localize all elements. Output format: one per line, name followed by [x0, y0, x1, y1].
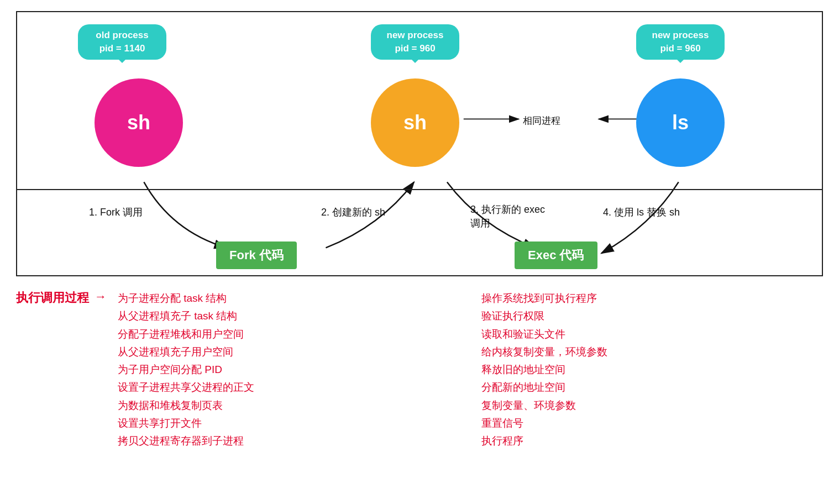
fork-list-item: 分配子进程堆栈和用户空间	[118, 326, 459, 343]
circle-sh-orange: sh	[371, 78, 459, 167]
exec-list-item: 分配新的地址空间	[481, 379, 823, 396]
exec-code-box: Exec 代码	[515, 242, 597, 269]
columns-container: 为子进程分配 task 结构从父进程填充子 task 结构分配子进程堆栈和用户空…	[118, 290, 823, 450]
fork-column: 为子进程分配 task 结构从父进程填充子 task 结构分配子进程堆栈和用户空…	[118, 290, 459, 450]
fork-list-item: 设置共享打开文件	[118, 414, 459, 432]
exec-list-item: 操作系统找到可执行程序	[481, 290, 823, 307]
bubble-new-process-2: new process pid = 960	[636, 24, 725, 60]
exec-column: 操作系统找到可执行程序验证执行权限读取和验证头文件给内核复制变量，环境参数释放旧…	[481, 290, 823, 450]
fork-list-item: 拷贝父进程寄存器到子进程	[118, 432, 459, 450]
fork-list-item: 从父进程填充子 task 结构	[118, 307, 459, 325]
step-label-1: 1. Fork 调用	[89, 206, 143, 219]
fork-list-item: 为数据和堆栈复制页表	[118, 397, 459, 414]
exec-list-item: 给内核复制变量，环境参数	[481, 343, 823, 361]
exec-list-item: 执行程序	[481, 432, 823, 450]
fork-list: 为子进程分配 task 结构从父进程填充子 task 结构分配子进程堆栈和用户空…	[118, 290, 459, 450]
circle-sh-pink: sh	[95, 78, 183, 167]
bubble-old-process: old process pid = 1140	[78, 24, 166, 60]
same-process-label: 相同进程	[523, 114, 560, 127]
exec-list-item: 释放旧的地址空间	[481, 361, 823, 379]
circle-ls-blue: ls	[636, 78, 725, 167]
fork-list-item: 为子用户空间分配 PID	[118, 361, 459, 379]
diagram-divider	[17, 189, 822, 190]
diagram-box: old process pid = 1140 new process pid =…	[16, 11, 823, 276]
exec-list-item: 验证执行权限	[481, 307, 823, 325]
exec-list-item: 重置信号	[481, 414, 823, 432]
step-label-4: 4. 使用 ls 替换 sh	[603, 206, 680, 219]
exec-list: 操作系统找到可执行程序验证执行权限读取和验证头文件给内核复制变量，环境参数释放旧…	[481, 290, 823, 450]
exec-call-label: 执行调用过程 →	[16, 290, 118, 306]
exec-list-item: 读取和验证头文件	[481, 326, 823, 343]
step-label-3: 3. 执行新的 exec 调用	[470, 203, 553, 230]
fork-code-box: Fork 代码	[216, 242, 297, 269]
exec-list-item: 复制变量、环境参数	[481, 397, 823, 414]
bottom-section: 执行调用过程 → 为子进程分配 task 结构从父进程填充子 task 结构分配…	[16, 276, 823, 450]
bubble-new-process-1: new process pid = 960	[371, 24, 459, 60]
exec-arrow: →	[95, 290, 107, 304]
fork-list-item: 为子进程分配 task 结构	[118, 290, 459, 307]
fork-list-item: 从父进程填充子用户空间	[118, 343, 459, 361]
fork-list-item: 设置子进程共享父进程的正文	[118, 379, 459, 396]
step-label-2: 2. 创建新的 sh	[321, 206, 385, 219]
main-container: old process pid = 1140 new process pid =…	[16, 11, 823, 450]
